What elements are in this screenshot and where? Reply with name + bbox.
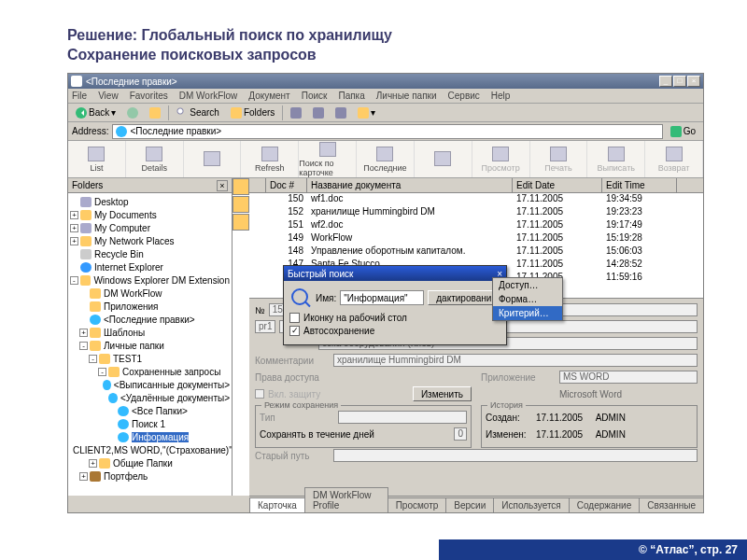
tree-item[interactable]: +Шаблоны [70,326,230,339]
column-header[interactable] [249,178,266,192]
tree-item[interactable]: -Сохраненные запросы [70,365,230,378]
table-row[interactable]: 151wf2.doc17.11.200519:17:49 [249,219,703,232]
menu-item[interactable]: Сервис [448,91,480,101]
tab[interactable]: Версии [445,497,494,512]
tab[interactable]: Карточка [249,497,305,512]
tree-item[interactable]: Информация [70,430,230,443]
tree-item[interactable]: Поиск 1 [70,417,230,430]
edit-submenu[interactable]: Доступ…Форма…Критерий… [492,277,563,321]
close-button[interactable]: × [687,76,700,87]
menu-item[interactable]: Критерий… [493,306,562,320]
desktop-icon-checkbox[interactable] [289,313,300,323]
folder-tree[interactable]: Desktop+My Documents+My Computer+My Netw… [68,193,232,496]
table-row[interactable]: 150wf1.doc17.11.200519:34:59 [249,193,703,206]
tool-button[interactable] [331,106,350,119]
tree-item[interactable]: DM WorkFlow [70,287,230,300]
protect-checkbox[interactable] [255,389,264,399]
toolbar-button[interactable]: List [68,141,126,177]
menu-item[interactable]: Favorites [130,91,168,101]
expand-icon[interactable]: + [89,459,97,468]
comment-field[interactable]: хранилище Hummingbird DM [333,354,698,367]
expand-icon[interactable]: - [89,355,97,363]
title-bar[interactable]: <Последние правки> _ □ × [68,74,703,89]
toolbar-button[interactable]: Поиск по карточке [299,141,357,177]
menu-item[interactable]: DM WorkFlow [179,91,238,101]
tree-item[interactable]: Desktop [70,195,230,208]
column-header[interactable]: Edit Date [513,178,602,192]
tree-item[interactable]: <Последние правки> [70,313,230,326]
column-header[interactable]: Edit Time [602,178,677,192]
tree-item[interactable]: CLIENT2,MS WORD,"(Страхование)" [70,443,230,456]
tab[interactable]: Содержание [569,497,640,512]
go-button[interactable]: Go [667,125,699,138]
minimize-button[interactable]: _ [659,76,672,87]
expand-icon[interactable]: + [79,329,88,337]
expand-icon[interactable]: - [79,342,88,350]
expand-icon[interactable]: - [98,368,106,376]
tree-item[interactable]: <Все Папки> [70,404,230,417]
tree-item[interactable]: +My Documents [70,208,230,221]
field-pr1[interactable]: pr1 [255,320,275,333]
folders-pane-close[interactable]: × [217,180,228,191]
expand-icon[interactable]: + [70,237,78,245]
menu-item[interactable]: Личные папки [376,91,437,101]
tab[interactable]: Связанные [639,497,704,512]
app-field[interactable]: MS WORD [559,371,698,384]
menu-item[interactable]: Доступ… [493,278,562,292]
tab[interactable]: Используется [493,497,569,512]
tree-item[interactable]: <Удалённые документы> [70,391,230,404]
table-row[interactable]: 149WorkFlow17.11.200515:19:28 [249,232,703,245]
tree-item[interactable]: Internet Explorer [70,260,230,273]
autosave-checkbox[interactable]: ✓ [289,326,300,336]
address-input[interactable]: <Последние правки> [112,124,662,139]
forward-button[interactable] [123,106,142,119]
maximize-button[interactable]: □ [673,76,686,87]
expand-icon[interactable]: + [70,224,78,232]
expand-icon[interactable]: + [70,211,78,219]
search-name-input[interactable] [340,290,424,305]
expand-icon[interactable]: + [79,472,88,481]
menu-item[interactable]: Форма… [493,292,562,306]
tree-item[interactable]: -Windows Explorer DM Extension [70,273,230,287]
tree-item[interactable]: +Общие Папки [70,456,230,469]
tree-item[interactable]: Приложения [70,300,230,313]
tool-button[interactable]: ▾ [354,106,379,119]
side-button[interactable] [233,178,249,195]
tree-item[interactable]: +My Computer [70,221,230,234]
toolbar-button[interactable]: Details [126,141,184,177]
menu-item[interactable]: Папка [338,91,364,101]
table-row[interactable]: 148Управление оборотным капиталом.17.11.… [249,245,703,259]
oldpath-field[interactable] [333,449,698,462]
tree-item[interactable]: -Личные папки [70,339,230,352]
tab[interactable]: Просмотр [388,497,447,512]
side-button[interactable] [233,214,249,231]
type-field[interactable] [338,411,467,424]
menu-item[interactable]: Поиск [302,91,328,101]
expand-icon[interactable]: - [70,276,78,285]
table-row[interactable]: 152хранилище Hummingbird DM17.11.200519:… [249,206,703,219]
toolbar-button[interactable]: Последние [357,141,415,177]
tool-button[interactable] [309,106,328,119]
menu-item[interactable]: Документ [248,91,289,101]
column-header[interactable]: Doc # [266,178,307,192]
menu-item[interactable]: File [72,91,87,101]
tab[interactable]: DM WorkFlow Profile [304,487,388,512]
tree-item[interactable]: <Выписанные документы> [70,378,230,391]
menu-item[interactable]: View [98,91,119,101]
toolbar-button[interactable]: Refresh [241,141,299,177]
column-header[interactable]: Название документа [307,178,513,192]
menu-item[interactable]: Help [491,91,511,101]
tree-item[interactable]: +Портфель [70,469,230,483]
tree-item[interactable]: -TEST1 [70,352,230,365]
back-button[interactable]: Back ▾ [72,106,120,119]
change-button[interactable]: Изменить [413,386,472,401]
search-button[interactable]: Search [173,106,223,119]
keep-days-field[interactable]: 0 [454,427,467,441]
tree-item[interactable]: +My Network Places [70,234,230,247]
edit-button[interactable]: дактировани [428,290,500,305]
folders-button[interactable]: Folders [227,106,278,119]
tree-item[interactable]: Recycle Bin [70,247,230,260]
up-button[interactable] [146,106,164,119]
side-button[interactable] [233,196,249,213]
tool-button[interactable] [287,106,305,119]
